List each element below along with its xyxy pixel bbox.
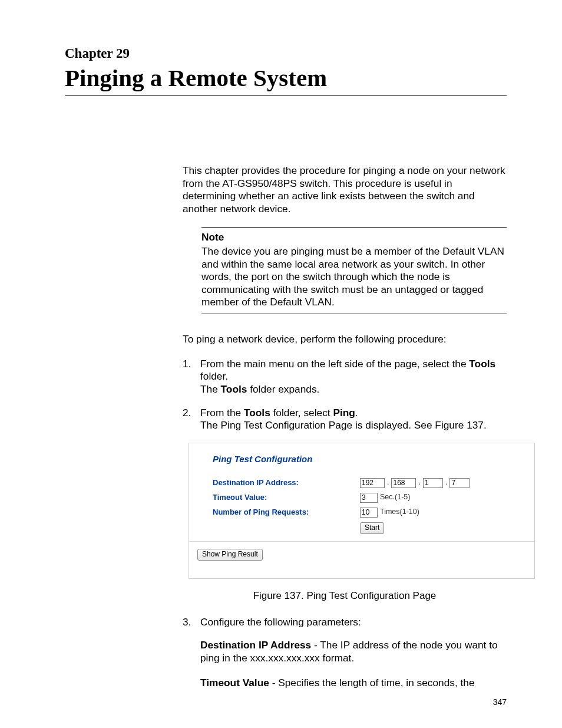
chapter-label: Chapter 29 xyxy=(65,46,507,61)
figure-caption: Figure 137. Ping Test Configuration Page xyxy=(183,589,507,602)
ip-label: Destination IP Address: xyxy=(213,478,360,487)
ip-octet-1[interactable] xyxy=(360,478,385,488)
note-body: The device you are pinging must be a mem… xyxy=(201,245,507,309)
timeout-label: Timeout Value: xyxy=(213,493,360,502)
title-rule xyxy=(65,95,507,96)
ip-octet-3[interactable] xyxy=(423,478,443,488)
step-number: 3. xyxy=(183,616,200,629)
ping-keyword: Ping xyxy=(333,407,355,419)
step-text: From the main menu on the left side of t… xyxy=(200,358,469,370)
step-text: folder, select xyxy=(270,407,333,419)
step-text: . xyxy=(355,407,358,419)
start-button[interactable]: Start xyxy=(360,522,384,534)
dot-separator: . xyxy=(418,478,420,487)
note-box: Note The device you are pinging must be … xyxy=(201,227,507,314)
intro-paragraph: This chapter provides the procedure for … xyxy=(183,164,507,215)
chapter-title: Pinging a Remote System xyxy=(65,64,507,92)
tools-keyword: Tools xyxy=(221,383,247,395)
step-3: 3. Configure the following parameters: xyxy=(183,616,507,629)
dot-separator: . xyxy=(445,478,447,487)
param-name: Destination IP Address xyxy=(200,639,311,651)
param-desc: - Specifies the length of time, in secon… xyxy=(269,677,475,689)
step-text: Configure the following parameters: xyxy=(200,616,361,628)
param-destination-ip: Destination IP Address - The IP address … xyxy=(200,639,507,664)
timeout-unit: Sec.(1-5) xyxy=(380,493,410,502)
tools-keyword: Tools xyxy=(469,358,495,370)
ping-config-screenshot: Ping Test Configuration Destination IP A… xyxy=(189,443,535,579)
count-label: Number of Ping Requests: xyxy=(213,508,360,517)
step-1: 1. From the main menu on the left side o… xyxy=(183,358,507,396)
page-number: 347 xyxy=(493,697,507,707)
ip-octet-2[interactable] xyxy=(391,478,416,488)
step-text: The xyxy=(200,383,221,395)
timeout-input[interactable] xyxy=(360,493,378,503)
count-input[interactable] xyxy=(360,508,378,518)
ip-octet-4[interactable] xyxy=(449,478,470,488)
param-name: Timeout Value xyxy=(200,677,269,689)
step-number: 2. xyxy=(183,407,200,432)
step-number: 1. xyxy=(183,358,200,396)
note-heading: Note xyxy=(201,231,507,244)
param-timeout: Timeout Value - Specifies the length of … xyxy=(200,677,507,690)
step-text: folder expands. xyxy=(247,383,319,395)
show-result-button[interactable]: Show Ping Result xyxy=(197,549,263,561)
dot-separator: . xyxy=(387,478,389,487)
tools-keyword: Tools xyxy=(244,407,270,419)
procedure-lead: To ping a network device, perform the fo… xyxy=(183,333,507,346)
step-text: From the xyxy=(200,407,244,419)
step-text: The Ping Test Configuration Page is disp… xyxy=(200,419,487,431)
count-unit: Times(1-10) xyxy=(380,508,419,517)
screenshot-title: Ping Test Configuration xyxy=(213,454,520,465)
step-2: 2. From the Tools folder, select Ping. T… xyxy=(183,407,507,432)
step-text: folder. xyxy=(200,370,228,382)
